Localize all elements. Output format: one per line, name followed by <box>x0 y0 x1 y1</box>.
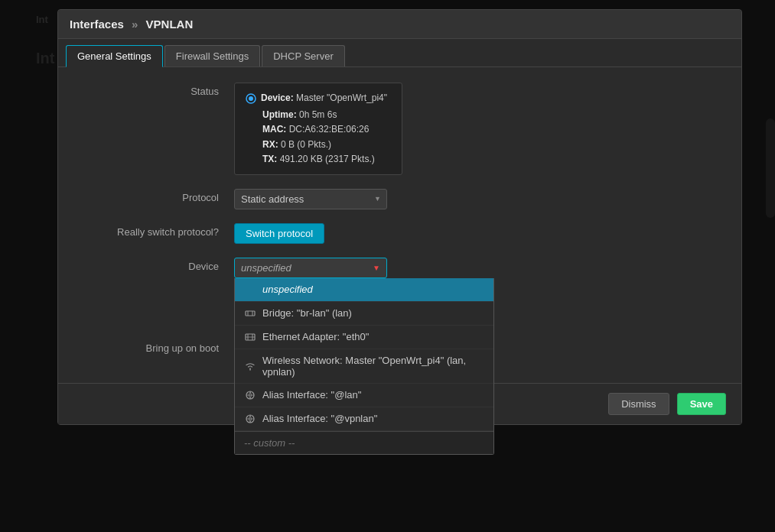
status-uptime: Uptime: 0h 5m 6s <box>262 108 391 122</box>
device-option-br-lan[interactable]: Bridge: "br-lan" (lan) <box>235 302 493 326</box>
switch-protocol-label: Really switch protocol? <box>81 223 234 238</box>
device-dropdown-arrow: ▼ <box>373 264 380 272</box>
device-option-eth0-label: Ethernet Adapter: "eth0" <box>262 331 369 342</box>
option-icon-bridge <box>244 307 256 320</box>
protocol-control: Static addressDHCP clientPPPoEUnmanaged <box>234 189 718 209</box>
status-box-container: Device: Master "OpenWrt_pi4" Uptime: 0h … <box>234 83 718 175</box>
status-connected-icon <box>246 93 256 104</box>
page-background: Int Int Interfaces » VPNLAN General Sett… <box>0 0 775 532</box>
protocol-row: Protocol Static addressDHCP clientPPPoEU… <box>81 189 718 209</box>
option-icon-alias-vpnlan <box>244 413 256 425</box>
device-option-alias-vpnlan-label: Alias Interface: "@vpnlan" <box>262 413 377 424</box>
device-option-eth0[interactable]: Ethernet Adapter: "eth0" <box>235 326 493 349</box>
option-icon-alias-lan <box>244 389 256 401</box>
boot-label: Bring up on boot <box>81 339 234 354</box>
device-option-unspecified[interactable]: unspecified <box>235 278 493 302</box>
device-control: unspecified ▼ unspecified <box>234 258 718 278</box>
device-option-wireless-label: Wireless Network: Master "OpenWrt_pi4" (… <box>262 355 484 378</box>
modal-header: Interfaces » VPNLAN <box>58 10 741 39</box>
device-option-unspecified-label: unspecified <box>262 284 313 295</box>
status-rx: RX: 0 B (0 Pkts.) <box>262 138 391 152</box>
tab-general-settings[interactable]: General Settings <box>66 45 163 67</box>
modal-dialog: Interfaces » VPNLAN General Settings Fir… <box>57 9 742 425</box>
status-label: Status <box>81 83 234 97</box>
option-icon-wifi <box>244 360 256 372</box>
status-box: Device: Master "OpenWrt_pi4" Uptime: 0h … <box>234 83 402 175</box>
tab-bar: General Settings Firewall Settings DHCP … <box>58 39 741 67</box>
device-option-wireless[interactable]: Wireless Network: Master "OpenWrt_pi4" (… <box>235 349 493 384</box>
device-option-br-lan-label: Bridge: "br-lan" (lan) <box>262 307 352 319</box>
status-row: Status Device: Mas <box>81 83 718 175</box>
protocol-select[interactable]: Static addressDHCP clientPPPoEUnmanaged <box>234 189 387 209</box>
svg-rect-2 <box>246 311 255 316</box>
protocol-select-wrapper: Static addressDHCP clientPPPoEUnmanaged <box>234 189 387 209</box>
tab-firewall-settings[interactable]: Firewall Settings <box>164 45 260 66</box>
device-dropdown-wrapper: unspecified ▼ unspecified <box>234 258 387 278</box>
device-input[interactable]: unspecified ▼ <box>234 258 387 278</box>
device-option-alias-lan[interactable]: Alias Interface: "@lan" <box>235 384 493 407</box>
switch-protocol-row: Really switch protocol? Switch protocol <box>81 223 718 244</box>
status-device-text: Device: Master "OpenWrt_pi4" <box>261 91 387 105</box>
dismiss-button[interactable]: Dismiss <box>608 393 669 415</box>
save-button[interactable]: Save <box>677 393 726 415</box>
protocol-label: Protocol <box>81 189 234 203</box>
switch-protocol-control: Switch protocol <box>234 223 718 244</box>
status-mac: MAC: DC:A6:32:BE:06:26 <box>262 122 391 137</box>
svg-point-1 <box>249 96 253 101</box>
switch-protocol-button[interactable]: Switch protocol <box>234 223 324 244</box>
modal-content: Status Device: Mas <box>58 67 741 383</box>
status-tx: TX: 491.20 KB (2317 Pkts.) <box>262 152 391 167</box>
status-device-line: Device: Master "OpenWrt_pi4" <box>246 91 391 105</box>
device-dropdown-menu: unspecified <box>234 278 494 455</box>
device-option-alias-vpnlan[interactable]: Alias Interface: "@vpnlan" <box>235 407 493 431</box>
tab-dhcp-server[interactable]: DHCP Server <box>262 45 345 66</box>
device-row: Device unspecified ▼ u <box>81 258 718 278</box>
device-custom-input[interactable] <box>235 431 493 454</box>
device-option-alias-lan-label: Alias Interface: "@lan" <box>262 389 361 401</box>
modal-title: Interfaces » VPNLAN <box>70 18 193 31</box>
device-option-custom[interactable] <box>235 431 493 454</box>
device-current-value: unspecified <box>241 262 291 274</box>
option-icon-eth <box>244 331 256 343</box>
device-label: Device <box>81 258 234 272</box>
option-icon-unspecified <box>244 284 256 296</box>
